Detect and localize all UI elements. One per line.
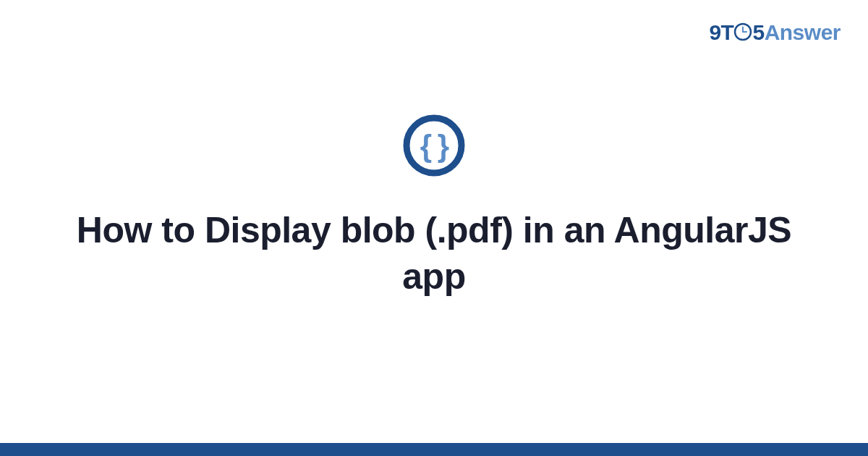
page-title: How to Display blob (.pdf) in an Angular… bbox=[72, 207, 796, 300]
main-content: { } How to Display blob (.pdf) in an Ang… bbox=[0, 0, 868, 456]
footer-accent-bar bbox=[0, 443, 868, 456]
category-braces-icon: { } bbox=[401, 113, 467, 181]
svg-text:{ }: { } bbox=[420, 129, 449, 163]
